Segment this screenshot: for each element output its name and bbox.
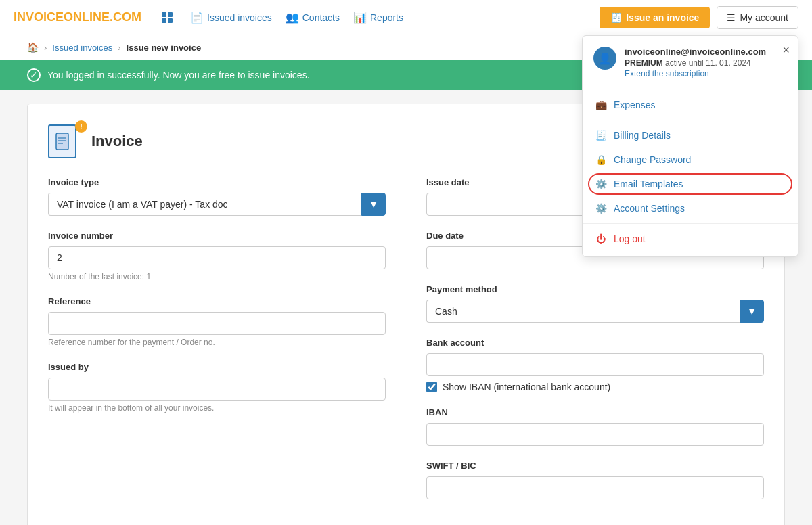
invoice-number-hint: Number of the last invoice: 1 (48, 272, 386, 281)
header: INVOICEONLINE.COM 📄 Issued invoices 👥 Co… (0, 0, 812, 35)
issue-invoice-button[interactable]: 🧾 Issue an invoice (600, 7, 710, 28)
grid-icon (162, 12, 173, 23)
reference-label: Reference (48, 296, 386, 306)
logo: INVOICEONLINE.COM (14, 10, 141, 24)
gear-icon: ⚙️ (595, 202, 607, 214)
my-account-button[interactable]: ☰ My account (717, 6, 798, 29)
reference-hint: Reference number for the payment / Order… (48, 338, 386, 347)
payment-method-dropdown-btn[interactable]: ▼ (740, 300, 764, 323)
lock-icon: 🔒 (595, 154, 607, 166)
dropdown-email-templates[interactable]: ⚙️ Email Templates (583, 172, 798, 196)
avatar: 👤 (593, 47, 616, 70)
dropdown-account-settings[interactable]: ⚙️ Account Settings (583, 196, 798, 221)
issued-by-label: Issued by (48, 362, 386, 372)
bank-account-group: Bank account Show IBAN (international ba… (426, 338, 764, 392)
invoice-number-group: Invoice number Number of the last invoic… (48, 231, 386, 281)
account-dropdown: 👤 invoiceonline@invoiceonline.com PREMIU… (582, 35, 798, 257)
swift-group: SWIFT / BIC (426, 461, 764, 499)
doc-icon: 📄 (190, 11, 204, 24)
billing-icon: 🧾 (595, 129, 607, 141)
contacts-icon: 👥 (286, 11, 299, 24)
reference-group: Reference Reference number for the payme… (48, 296, 386, 347)
iban-input[interactable] (426, 423, 764, 446)
invoice-type-input[interactable] (48, 193, 361, 216)
bank-account-label: Bank account (426, 338, 764, 348)
issue-icon: 🧾 (610, 12, 622, 23)
issued-by-hint: It will appear in the bottom of all your… (48, 403, 386, 413)
dropdown-user-info: invoiceonline@invoiceonline.com PREMIUM … (625, 47, 787, 78)
logo-text1: INVOICE (14, 10, 64, 24)
main-nav: 📄 Issued invoices 👥 Contacts 📊 Reports (162, 11, 600, 24)
invoice-type-label: Invoice type (48, 177, 386, 187)
nav-contacts[interactable]: 👥 Contacts (286, 11, 340, 24)
reference-input[interactable] (48, 312, 386, 335)
dropdown-plan: PREMIUM active until 11. 01. 2024 (625, 58, 787, 68)
menu-icon: ☰ (727, 12, 736, 23)
breadcrumb-parent[interactable]: Issued invoices (52, 43, 112, 53)
gear-icon: ⚙️ (595, 178, 607, 190)
banner-message: You logged in successfully. Now you are … (47, 70, 310, 81)
dropdown-change-password[interactable]: 🔒 Change Password (583, 147, 798, 172)
payment-method-group: Payment method ▼ (426, 284, 764, 323)
invoice-type-select-wrapper: ▼ (48, 193, 386, 216)
dropdown-close-button[interactable]: × (782, 44, 790, 56)
show-iban-row: Show IBAN (international bank account) (426, 382, 764, 392)
invoice-number-label: Invoice number (48, 231, 386, 241)
nav-actions: 🧾 Issue an invoice ☰ My account (600, 6, 798, 29)
reports-icon: 📊 (353, 11, 367, 24)
dropdown-expenses[interactable]: 💼 Expenses (583, 93, 798, 117)
iban-label: IBAN (426, 407, 764, 417)
bank-account-input[interactable] (426, 353, 764, 376)
invoice-type-group: Invoice type ▼ (48, 177, 386, 216)
invoice-number-input[interactable] (48, 246, 386, 269)
home-icon: 🏠 (27, 42, 39, 53)
power-icon: ⏻ (595, 233, 607, 245)
breadcrumb-current: Issue new invoice (127, 43, 202, 53)
show-iban-checkbox[interactable] (426, 382, 437, 392)
issued-by-input[interactable] (48, 378, 386, 401)
dropdown-menu: 💼 Expenses 🧾 Billing Details 🔒 Change Pa… (583, 87, 798, 256)
iban-group: IBAN (426, 407, 764, 446)
form-left-col: Invoice type ▼ Invoice number Number of … (48, 177, 386, 514)
issued-by-group: Issued by It will appear in the bottom o… (48, 362, 386, 413)
check-circle-icon: ✓ (27, 68, 41, 82)
invoice-section-title: Invoice (91, 133, 143, 150)
invoice-type-dropdown-btn[interactable]: ▼ (361, 193, 386, 216)
swift-label: SWIFT / BIC (426, 461, 764, 471)
svg-rect-0 (56, 133, 68, 150)
invoice-badge: ! (75, 120, 87, 133)
nav-reports[interactable]: 📊 Reports (353, 11, 403, 24)
logo-text2: ONLINE.COM (64, 10, 141, 24)
payment-method-input[interactable] (426, 300, 740, 323)
dropdown-email: invoiceonline@invoiceonline.com (625, 47, 787, 57)
payment-method-select-wrapper: ▼ (426, 300, 764, 323)
nav-issued-invoices[interactable]: 📄 Issued invoices (190, 11, 272, 24)
show-iban-label: Show IBAN (international bank account) (443, 382, 610, 392)
extend-subscription-link[interactable]: Extend the subscription (625, 69, 787, 78)
swift-input[interactable] (426, 476, 764, 499)
invoice-section-icon: ! (48, 124, 82, 158)
dropdown-billing[interactable]: 🧾 Billing Details (583, 123, 798, 147)
payment-method-label: Payment method (426, 284, 764, 294)
dropdown-logout[interactable]: ⏻ Log out (583, 227, 798, 251)
dropdown-header: 👤 invoiceonline@invoiceonline.com PREMIU… (583, 36, 798, 87)
wallet-icon: 💼 (595, 99, 607, 111)
